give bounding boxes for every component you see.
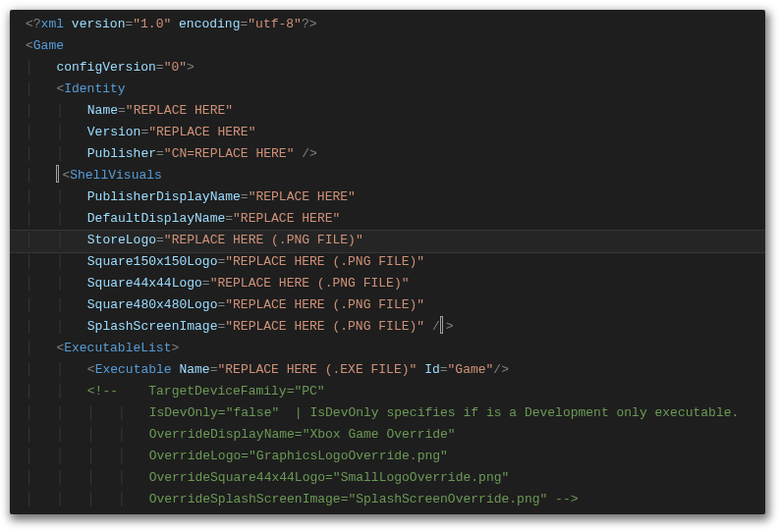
- indent-guide: │: [26, 165, 33, 186]
- code-line[interactable]: │ │ Square480x480Logo="REPLACE HERE (.PN…: [26, 294, 765, 316]
- code-line[interactable]: <Game: [26, 35, 765, 57]
- code-token: OverrideDisplayName="Xbox Game Override": [149, 427, 456, 442]
- code-token: ?>: [302, 17, 317, 31]
- indent-guide: │: [56, 446, 64, 467]
- code-token: >: [171, 341, 179, 355]
- indent-guide: │: [118, 467, 126, 489]
- code-line[interactable]: │ <ShellVisuals: [26, 165, 765, 186]
- code-token: Id: [424, 362, 440, 377]
- screenshot-frame: <?xml version="1.0" encoding="utf-8"?><G…: [0, 0, 779, 532]
- code-token: DefaultDisplayName: [87, 211, 225, 226]
- code-line[interactable]: │ │ Square44x44Logo="REPLACE HERE (.PNG …: [26, 273, 765, 294]
- code-line[interactable]: │ │ <Executable Name="REPLACE HERE (.EXE…: [26, 359, 765, 381]
- text-cursor: [441, 317, 442, 333]
- code-token: "REPLACE HERE (.PNG FILE)": [164, 233, 363, 247]
- code-token: Executable: [95, 362, 180, 377]
- text-cursor: [57, 166, 58, 182]
- code-token: "REPLACE HERE (.PNG FILE)": [225, 297, 424, 312]
- code-token: />: [493, 362, 509, 377]
- indent-guide: │: [26, 510, 33, 514]
- code-token: "REPLACE HERE (.PNG FILE)": [225, 254, 424, 269]
- code-line[interactable]: │ │ │ │ OverrideSquare44x44Logo="SmallLo…: [26, 467, 765, 489]
- code-line[interactable]: │ <Identity: [26, 79, 765, 100]
- code-token: "REPLACE HERE": [126, 103, 233, 118]
- code-line[interactable]: │ configVersion="0">: [26, 57, 765, 79]
- code-line[interactable]: │ │ Version="REPLACE HERE": [26, 122, 765, 143]
- code-token: "1.0": [133, 17, 179, 31]
- code-line[interactable]: │ │ Publisher="CN=REPLACE HERE" />: [26, 143, 765, 165]
- code-token: "REPLACE HERE": [249, 189, 356, 204]
- indent-guide: │: [56, 100, 64, 122]
- code-line[interactable]: │ │ StoreLogo="REPLACE HERE (.PNG FILE)": [26, 230, 765, 251]
- indent-guide: │: [56, 251, 64, 273]
- indent-guide: │: [56, 230, 64, 251]
- indent-guide: │: [26, 402, 33, 424]
- code-editor[interactable]: <?xml version="1.0" encoding="utf-8"?><G…: [10, 10, 765, 514]
- indent-guide: │: [26, 381, 33, 402]
- indent-guide: │: [26, 79, 33, 100]
- indent-guide: │: [56, 316, 64, 338]
- code-token: =: [156, 233, 164, 247]
- code-token: =: [225, 211, 233, 226]
- code-line[interactable]: │ │ <!-- TargetDeviceFamily="PC": [26, 381, 765, 402]
- indent-guide: │: [87, 489, 95, 510]
- indent-guide: │: [118, 489, 126, 510]
- code-token: </: [56, 513, 72, 514]
- code-token: configVersion: [56, 60, 155, 75]
- indent-guide: │: [87, 424, 95, 446]
- indent-guide: │: [56, 489, 64, 510]
- code-token: <?: [26, 17, 41, 31]
- code-token: SplashScreenImage: [87, 319, 218, 334]
- code-line[interactable]: │ │ Name="REPLACE HERE": [26, 100, 765, 122]
- code-token: "REPLACE HERE (.EXE FILE)": [217, 362, 424, 377]
- code-line[interactable]: │ │ │ │ IsDevOnly="false" | IsDevOnly sp…: [26, 402, 765, 424]
- indent-guide: │: [87, 402, 95, 424]
- code-token: "0": [164, 60, 187, 75]
- code-token: =: [118, 103, 126, 118]
- code-token: "utf-8": [248, 17, 302, 31]
- indent-guide: │: [56, 122, 64, 143]
- indent-guide: │: [26, 100, 33, 122]
- indent-guide: │: [56, 208, 64, 230]
- code-token: OverrideSquare44x44Logo="SmallLogoOverri…: [149, 470, 510, 485]
- code-token: Square44x44Logo: [87, 276, 202, 291]
- code-token: >: [179, 513, 187, 514]
- code-token: =: [241, 189, 249, 204]
- indent-guide: │: [26, 122, 33, 143]
- code-line[interactable]: │ │ │ │ OverrideSplashScreenImage="Splas…: [26, 489, 765, 510]
- indent-guide: │: [56, 424, 64, 446]
- code-token: Publisher: [87, 146, 156, 161]
- code-token: >: [187, 60, 195, 75]
- code-token: >: [446, 319, 454, 334]
- code-token: "REPLACE HERE": [233, 211, 340, 226]
- indent-guide: │: [26, 467, 33, 489]
- code-token: StoreLogo: [87, 233, 156, 247]
- code-line[interactable]: │ │ Square150x150Logo="REPLACE HERE (.PN…: [26, 251, 765, 273]
- code-line[interactable]: │ │ SplashScreenImage="REPLACE HERE (.PN…: [26, 316, 765, 338]
- code-line[interactable]: │ │ DefaultDisplayName="REPLACE HERE": [26, 208, 765, 230]
- code-token: "REPLACE HERE (.PNG FILE)": [225, 319, 424, 334]
- code-token: xml: [41, 17, 72, 31]
- code-token: /: [424, 319, 440, 334]
- code-token: "REPLACE HERE": [148, 125, 255, 139]
- indent-guide: │: [26, 316, 33, 338]
- indent-guide: │: [56, 467, 64, 489]
- code-token: OverrideSplashScreenImage="SplashScreenO…: [149, 492, 579, 506]
- code-line[interactable]: <?xml version="1.0" encoding="utf-8"?>: [26, 14, 765, 35]
- code-line[interactable]: │ │ │ │ OverrideDisplayName="Xbox Game O…: [26, 424, 765, 446]
- indent-guide: │: [26, 338, 33, 359]
- code-line[interactable]: │ </ExecutableList>: [26, 510, 765, 514]
- code-line[interactable]: │ <ExecutableList>: [26, 338, 765, 359]
- indent-guide: │: [26, 208, 33, 230]
- code-line[interactable]: │ │ PublisherDisplayName="REPLACE HERE": [26, 186, 765, 208]
- code-token: Name: [179, 362, 209, 377]
- indent-guide: │: [118, 446, 126, 467]
- indent-guide: │: [87, 467, 95, 489]
- code-line[interactable]: │ │ │ │ OverrideLogo="GraphicsLogoOverri…: [26, 446, 765, 467]
- indent-guide: │: [56, 402, 64, 424]
- code-token: "REPLACE HERE (.PNG FILE)": [210, 276, 410, 291]
- indent-guide: │: [26, 446, 33, 467]
- indent-guide: │: [87, 446, 95, 467]
- code-token: />: [294, 146, 316, 161]
- code-token: Identity: [64, 81, 125, 96]
